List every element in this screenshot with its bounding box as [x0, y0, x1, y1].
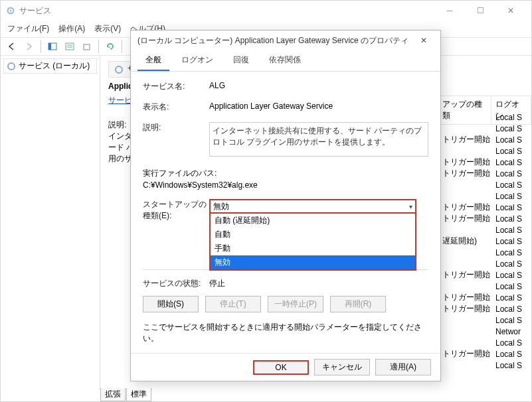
list-row[interactable]: トリガー開始Local S — [438, 269, 531, 281]
list-row[interactable]: Local S — [438, 281, 531, 292]
apply-button[interactable]: 適用(A) — [375, 359, 431, 375]
description-label: 説明: — [143, 122, 209, 159]
gear-icon — [114, 65, 124, 74]
description-field[interactable] — [209, 122, 428, 157]
svg-rect-3 — [48, 43, 51, 50]
startup-type-selected: 無効 — [213, 201, 229, 212]
list-row[interactable]: トリガー開始Local S — [438, 292, 531, 303]
list-row[interactable]: Local S — [438, 247, 531, 258]
menu-action[interactable]: 操作(A) — [58, 23, 85, 34]
view-tab-extended[interactable]: 拡張 — [100, 388, 126, 401]
start-service-button[interactable]: 開始(S) — [143, 296, 199, 312]
display-name-value: Application Layer Gateway Service — [209, 101, 428, 113]
minimize-button[interactable]: ─ — [434, 1, 465, 21]
tab-logon[interactable]: ログオン — [173, 50, 221, 71]
panel-icon — [48, 42, 57, 51]
dialog-title: (ローカル コンピューター) Application Layer Gateway… — [137, 35, 408, 46]
tab-recovery[interactable]: 回復 — [225, 50, 257, 71]
console-tree: サービス (ローカル) — [1, 56, 100, 390]
list-row[interactable]: トリガー開始Local S — [438, 134, 531, 145]
svg-point-13 — [116, 66, 122, 73]
startup-option[interactable]: 自動 — [211, 228, 415, 241]
startup-type-label2: 種類(E): — [143, 210, 209, 222]
refresh-icon — [106, 42, 115, 51]
list-icon — [65, 42, 74, 51]
svg-rect-7 — [84, 44, 90, 50]
gear-icon — [7, 62, 16, 71]
arrow-left-icon — [7, 42, 17, 51]
startup-option[interactable]: 自動 (遅延開始) — [211, 214, 415, 228]
list-row[interactable]: Local S — [438, 179, 531, 190]
svg-point-12 — [8, 63, 15, 70]
status-value: 停止 — [209, 278, 428, 289]
startup-type-combo[interactable]: 無効 ▾ — [209, 199, 416, 214]
exe-path-value: C:¥Windows¥System32¥alg.exe — [143, 180, 428, 190]
resume-service-button: 再開(R) — [330, 296, 386, 312]
svg-point-1 — [10, 10, 12, 12]
properties-button[interactable] — [62, 39, 77, 54]
list-row[interactable]: Local S — [438, 314, 531, 326]
list-row[interactable]: トリガー開始Local S — [438, 348, 531, 360]
tree-item-label: サービス (ローカル) — [19, 60, 90, 72]
tab-general[interactable]: 全般 — [137, 50, 169, 71]
startup-type-label1: スタートアップの — [143, 199, 209, 210]
gear-icon — [6, 6, 15, 15]
window-titlebar: サービス ─ ☐ ✕ — [1, 1, 531, 21]
list-row[interactable]: Local S — [438, 145, 531, 157]
chevron-down-icon: ▾ — [409, 203, 412, 210]
refresh-button[interactable] — [103, 39, 118, 54]
dialog-close-button[interactable]: ✕ — [414, 36, 434, 45]
list-row[interactable]: Local S — [438, 123, 531, 134]
close-button[interactable]: ✕ — [495, 1, 526, 21]
startup-option[interactable]: 手動 — [211, 241, 415, 255]
list-row[interactable]: トリガー開始Local S — [438, 213, 531, 224]
tab-dependencies[interactable]: 依存関係 — [261, 50, 309, 71]
export-icon — [82, 42, 92, 51]
properties-dialog: (ローカル コンピューター) Application Layer Gateway… — [130, 30, 441, 381]
menu-view[interactable]: 表示(V) — [94, 23, 121, 34]
exe-path-label: 実行ファイルのパス: — [143, 168, 428, 179]
arrow-right-icon — [25, 42, 34, 51]
list-row[interactable]: トリガー開始Local S — [438, 157, 531, 168]
list-row[interactable]: Local S — [438, 360, 531, 371]
show-hide-button[interactable] — [45, 39, 60, 54]
list-row[interactable]: Local S — [438, 258, 531, 269]
status-label: サービスの状態: — [143, 278, 209, 289]
maximize-button[interactable]: ☐ — [465, 1, 495, 21]
svg-rect-4 — [66, 43, 74, 50]
service-name-label: サービス名: — [143, 81, 209, 92]
startup-option[interactable]: 無効 — [211, 255, 415, 269]
service-name-value: ALG — [209, 81, 428, 92]
list-row[interactable]: Local S — [438, 337, 531, 348]
pause-service-button: 一時停止(P) — [268, 296, 323, 312]
list-row[interactable]: Local S — [438, 224, 531, 235]
list-row[interactable]: Local S — [438, 111, 531, 123]
tree-item-services-local[interactable]: サービス (ローカル) — [3, 58, 97, 74]
list-row[interactable]: トリガー開始Local S — [438, 168, 531, 179]
ok-button[interactable]: OK — [253, 360, 309, 375]
menu-file[interactable]: ファイル(F) — [7, 23, 49, 34]
forward-button[interactable] — [22, 39, 37, 54]
list-row[interactable]: Networ — [438, 326, 531, 337]
startup-type-dropdown: 自動 (遅延開始) 自動 手動 無効 — [209, 214, 416, 271]
cancel-button[interactable]: キャンセル — [314, 359, 370, 375]
list-row[interactable]: 遅延開始)Local S — [438, 235, 531, 247]
window-title: サービス — [19, 5, 51, 17]
list-row[interactable]: トリガー開始Local S — [438, 202, 531, 213]
start-params-hint: ここでサービスを開始するときに適用する開始パラメーターを指定してください。 — [143, 322, 428, 344]
list-row[interactable]: トリガー開始Local S — [438, 303, 531, 314]
display-name-label: 表示名: — [143, 101, 209, 113]
back-button[interactable] — [5, 39, 19, 54]
stop-service-button: 停止(T) — [205, 296, 261, 312]
list-row[interactable]: Local S — [438, 190, 531, 202]
export-button[interactable] — [80, 39, 94, 54]
